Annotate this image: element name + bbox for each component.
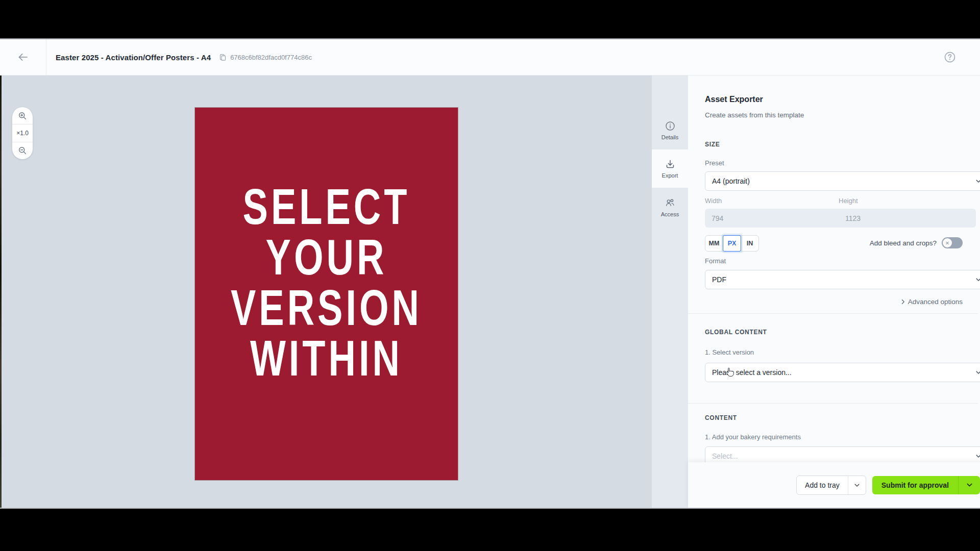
poster-text: SELECT YOUR VERSION WITHIN (195, 182, 458, 384)
advanced-options-link[interactable]: Advanced options (901, 298, 963, 306)
asset-exporter-panel: Asset Exporter Create assets from this t… (688, 76, 980, 508)
side-tab-rail: Details Export Access (652, 76, 688, 508)
info-icon (665, 120, 676, 132)
panel-title: Asset Exporter (705, 95, 763, 104)
main-area: ×1.0 SELECT YOUR VERSION WITHIN Details (0, 76, 980, 508)
document-id-chip[interactable]: 6768c6bf82dfacd0f774c86c (219, 54, 312, 61)
advanced-options-label: Advanced options (908, 298, 963, 306)
add-to-tray-label[interactable]: Add to tray (797, 476, 848, 494)
bakery-requirements-label: 1. Add your bakery requirements (705, 433, 801, 441)
chevron-down-icon (975, 178, 980, 185)
bleed-toggle[interactable]: ✕ (942, 237, 963, 248)
zoom-out-icon (18, 146, 27, 155)
height-input[interactable]: 1123 (839, 209, 976, 228)
copy-icon (219, 54, 227, 61)
arrow-left-icon (17, 51, 29, 63)
preset-select[interactable]: A4 (portrait) (705, 171, 980, 191)
poster-artwork[interactable]: SELECT YOUR VERSION WITHIN (195, 108, 458, 480)
select-version-label: 1. Select version (705, 348, 754, 356)
bakery-placeholder: Select... (712, 452, 738, 460)
chevron-down-icon (975, 276, 980, 283)
chevron-right-icon (901, 299, 905, 305)
submit-dropdown-button[interactable] (958, 476, 980, 494)
bleed-row: Add bleed and crops? ✕ (839, 235, 963, 251)
size-section-heading: SIZE (705, 141, 720, 148)
submit-for-approval-button[interactable]: Submit for approval (872, 476, 980, 494)
question-circle-icon (943, 51, 957, 64)
zoom-level: ×1.0 (12, 124, 33, 141)
add-to-tray-button[interactable]: Add to tray (796, 475, 866, 495)
version-select[interactable]: Please select a version... (705, 363, 980, 382)
chevron-down-icon (975, 453, 980, 460)
version-value: Please select a version... (712, 368, 792, 377)
toggle-knob-off-icon: ✕ (943, 238, 952, 247)
tab-label: Access (661, 211, 679, 217)
people-icon (664, 197, 676, 209)
submit-label[interactable]: Submit for approval (872, 476, 958, 494)
design-canvas[interactable]: ×1.0 SELECT YOUR VERSION WITHIN (2, 76, 652, 508)
action-footer: Add to tray Submit for approval (688, 462, 980, 508)
download-icon (665, 159, 676, 170)
preset-label: Preset (705, 159, 724, 167)
format-value: PDF (712, 276, 726, 284)
section-divider (688, 403, 978, 404)
height-label: Height (839, 197, 858, 205)
bleed-label: Add bleed and crops? (870, 239, 937, 247)
panel-subtitle: Create assets from this template (705, 111, 804, 119)
tab-label: Export (662, 172, 678, 179)
zoom-in-button[interactable] (12, 107, 33, 124)
page-title: Easter 2025 - Activation/Offer Posters -… (56, 53, 211, 62)
chevron-down-icon (966, 481, 973, 489)
add-to-tray-dropdown-button[interactable] (848, 476, 866, 494)
format-select[interactable]: PDF (705, 270, 980, 289)
zoom-out-button[interactable] (12, 142, 33, 159)
chevron-down-icon (975, 369, 980, 376)
back-button[interactable] (0, 39, 46, 76)
section-divider (688, 313, 978, 314)
content-heading: CONTENT (705, 414, 737, 421)
unit-px-button[interactable]: PX (723, 235, 741, 252)
header: Easter 2025 - Activation/Offer Posters -… (0, 39, 980, 76)
unit-in-button[interactable]: IN (741, 235, 759, 252)
width-input[interactable]: 794 (705, 209, 845, 228)
document-id: 6768c6bf82dfacd0f774c86c (230, 54, 312, 61)
format-label: Format (705, 257, 726, 265)
global-content-heading: GLOBAL CONTENT (705, 329, 767, 336)
letterbox-top (0, 0, 980, 38)
tab-details[interactable]: Details (652, 111, 688, 149)
tab-label: Details (662, 134, 679, 140)
unit-mm-button[interactable]: MM (705, 235, 723, 252)
unit-segmented-control: MM PX IN (705, 235, 759, 251)
tab-access[interactable]: Access (652, 188, 688, 226)
zoom-in-icon (18, 111, 27, 120)
chevron-down-icon (853, 482, 861, 489)
tab-export[interactable]: Export (652, 149, 688, 188)
letterbox-bottom (0, 509, 980, 551)
zoom-controls: ×1.0 (12, 107, 33, 159)
preset-value: A4 (portrait) (712, 177, 750, 185)
help-button[interactable] (943, 51, 957, 64)
width-label: Width (705, 197, 722, 205)
